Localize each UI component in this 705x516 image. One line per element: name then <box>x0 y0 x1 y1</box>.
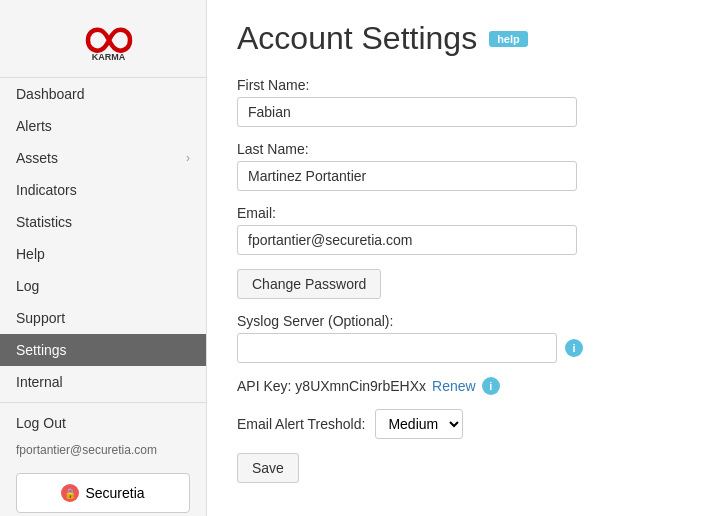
sidebar-item-label: Assets <box>16 150 58 166</box>
sidebar-item-label: Help <box>16 246 45 262</box>
first-name-label: First Name: <box>237 77 675 93</box>
syslog-info-icon[interactable]: i <box>565 339 583 357</box>
syslog-input[interactable] <box>237 333 557 363</box>
email-input[interactable] <box>237 225 577 255</box>
first-name-group: First Name: <box>237 77 675 127</box>
email-alert-select[interactable]: Low Medium High <box>375 409 463 439</box>
api-key-row: API Key: y8UXmnCin9rbEHXx Renew i <box>237 377 675 395</box>
email-label: Email: <box>237 205 675 221</box>
sidebar-item-help[interactable]: Help <box>0 238 206 270</box>
help-badge[interactable]: help <box>489 31 528 47</box>
page-title: Account Settings <box>237 20 477 57</box>
securetia-lock-icon: 🔒 <box>61 484 79 502</box>
sidebar-logout-button[interactable]: Log Out <box>0 407 206 439</box>
first-name-input[interactable] <box>237 97 577 127</box>
email-group: Email: <box>237 205 675 255</box>
sidebar-item-statistics[interactable]: Statistics <box>0 206 206 238</box>
syslog-label: Syslog Server (Optional): <box>237 313 675 329</box>
last-name-label: Last Name: <box>237 141 675 157</box>
sidebar-item-log[interactable]: Log <box>0 270 206 302</box>
svg-text:KARMA: KARMA <box>92 52 126 62</box>
sidebar-item-internal[interactable]: Internal <box>0 366 206 398</box>
sidebar-item-label: Dashboard <box>16 86 85 102</box>
sidebar-item-label: Indicators <box>16 182 77 198</box>
sidebar-item-label: Internal <box>16 374 63 390</box>
page-header: Account Settings help <box>237 20 675 57</box>
main-content: Account Settings help First Name: Last N… <box>207 0 705 516</box>
sidebar-item-label: Statistics <box>16 214 72 230</box>
email-alert-label: Email Alert Treshold: <box>237 416 365 432</box>
renew-link[interactable]: Renew <box>432 378 476 394</box>
save-button[interactable]: Save <box>237 453 299 483</box>
api-key-text: API Key: y8UXmnCin9rbEHXx <box>237 378 426 394</box>
sidebar-item-support[interactable]: Support <box>0 302 206 334</box>
sidebar-item-label: Settings <box>16 342 67 358</box>
sidebar-user-email: fportantier@securetia.com <box>0 439 206 465</box>
sidebar: KARMA Dashboard Alerts Assets › Indicato… <box>0 0 207 516</box>
securetia-button[interactable]: 🔒 Securetia <box>16 473 190 513</box>
logo-container: KARMA <box>0 0 206 78</box>
sidebar-item-label: Support <box>16 310 65 326</box>
change-password-button[interactable]: Change Password <box>237 269 381 299</box>
karma-logo: KARMA <box>73 18 133 63</box>
syslog-input-row: i <box>237 333 675 363</box>
sidebar-item-label: Log <box>16 278 39 294</box>
sidebar-item-alerts[interactable]: Alerts <box>0 110 206 142</box>
chevron-right-icon: › <box>186 151 190 165</box>
sidebar-item-dashboard[interactable]: Dashboard <box>0 78 206 110</box>
sidebar-item-assets[interactable]: Assets › <box>0 142 206 174</box>
api-key-info-icon[interactable]: i <box>482 377 500 395</box>
email-alert-row: Email Alert Treshold: Low Medium High <box>237 409 675 439</box>
sidebar-nav: Dashboard Alerts Assets › Indicators Sta… <box>0 78 206 516</box>
last-name-input[interactable] <box>237 161 577 191</box>
user-email-text: fportantier@securetia.com <box>16 443 157 457</box>
sidebar-item-indicators[interactable]: Indicators <box>0 174 206 206</box>
sidebar-item-settings[interactable]: Settings <box>0 334 206 366</box>
last-name-group: Last Name: <box>237 141 675 191</box>
logout-label: Log Out <box>16 415 66 431</box>
sidebar-item-label: Alerts <box>16 118 52 134</box>
sidebar-divider <box>0 402 206 403</box>
lock-symbol: 🔒 <box>64 488 76 499</box>
syslog-group: Syslog Server (Optional): i <box>237 313 675 363</box>
securetia-label: Securetia <box>85 485 144 501</box>
